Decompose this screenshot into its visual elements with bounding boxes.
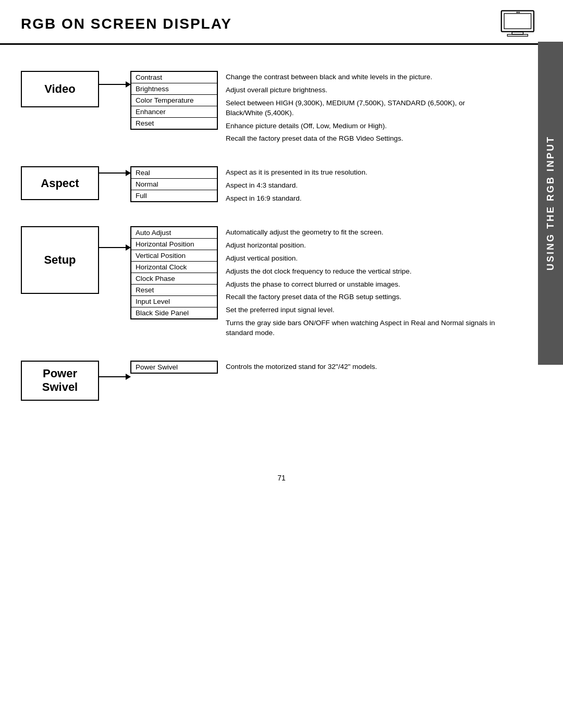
setup-item-horizontal-clock: Horizontal Clock bbox=[131, 262, 217, 273]
video-desc-color-temp: Select between HIGH (9,300K), MEDIUM (7,… bbox=[226, 97, 495, 120]
video-desc-reset: Recall the factory preset data of the RG… bbox=[226, 132, 495, 145]
power-swivel-left-col: Power Swivel bbox=[130, 361, 218, 374]
aspect-item-real: Real bbox=[131, 167, 217, 179]
video-label: Video bbox=[44, 82, 76, 96]
setup-desc-auto-adjust: Automatically adjust the geometry to fit… bbox=[226, 226, 495, 239]
page-title: RGB ON SCREEN DISPLAY bbox=[21, 16, 232, 32]
svg-point-5 bbox=[518, 11, 520, 13]
page-container: RGB ON SCREEN DISPLAY USING THE RGB INPU… bbox=[0, 0, 563, 728]
video-item-contrast: Contrast bbox=[131, 72, 217, 83]
table-row: Reset bbox=[131, 118, 217, 129]
video-names-table: Contrast Brightness Color Temperature En… bbox=[131, 71, 217, 129]
power-swivel-names-table: Power Swivel bbox=[131, 361, 217, 373]
svg-point-4 bbox=[517, 11, 518, 13]
video-desc-brightness: Adjust overall picture brightness. bbox=[226, 84, 495, 97]
video-item-color-temp: Color Temperature bbox=[131, 95, 217, 106]
aspect-desc-normal: Aspect in 4:3 standard. bbox=[226, 179, 495, 192]
aspect-right-col: Aspect as it is presented in its true re… bbox=[218, 166, 495, 205]
table-row: Black Side Panel bbox=[131, 307, 217, 319]
table-row: Recall the factory preset data of the RG… bbox=[226, 291, 495, 304]
aspect-item-full: Full bbox=[131, 190, 217, 202]
setup-section: Setup Auto Adjust Horizontal Position Ve… bbox=[21, 226, 495, 340]
table-row: Power Swivel bbox=[131, 362, 217, 373]
power-swivel-right-col: Controls the motorized stand for 32"/42"… bbox=[218, 361, 495, 374]
side-tab: USING THE RGB INPUT bbox=[538, 42, 563, 365]
video-desc-contrast: Change the contrast between black and wh… bbox=[226, 71, 495, 84]
video-desc-table: Change the contrast between black and wh… bbox=[226, 71, 495, 145]
setup-names-table: Auto Adjust Horizontal Position Vertical… bbox=[131, 227, 217, 319]
aspect-section: Aspect Real Normal Full Aspect as it is … bbox=[21, 166, 495, 205]
table-row: Automatically adjust the geometry to fit… bbox=[226, 226, 495, 239]
setup-desc-table: Automatically adjust the geometry to fit… bbox=[226, 226, 495, 340]
table-row: Aspect in 16:9 standard. bbox=[226, 192, 495, 205]
setup-desc-clock-phase: Adjusts the phase to correct blurred or … bbox=[226, 278, 495, 291]
aspect-desc-table: Aspect as it is presented in its true re… bbox=[226, 166, 495, 205]
table-row: Enhance picture details (Off, Low, Mediu… bbox=[226, 120, 495, 133]
aspect-left-col: Real Normal Full bbox=[130, 166, 218, 202]
aspect-item-normal: Normal bbox=[131, 179, 217, 190]
setup-desc-vertical-position: Adjust vertical position. bbox=[226, 252, 495, 265]
setup-menu-box: Setup bbox=[21, 226, 99, 294]
video-left-col: Contrast Brightness Color Temperature En… bbox=[130, 71, 218, 130]
video-item-reset: Reset bbox=[131, 118, 217, 129]
table-row: Set the preferred input signal level. bbox=[226, 304, 495, 317]
aspect-arrow bbox=[99, 172, 130, 174]
power-swivel-items: Power Swivel Controls the motorized stan… bbox=[130, 361, 495, 374]
table-row: Clock Phase bbox=[131, 273, 217, 285]
table-row: Controls the motorized stand for 32"/42"… bbox=[226, 361, 495, 374]
table-row: Horizontal Position bbox=[131, 239, 217, 250]
video-item-enhancer: Enhancer bbox=[131, 106, 217, 118]
setup-desc-black-side-panel: Turns the gray side bars ON/OFF when wat… bbox=[226, 317, 495, 340]
power-swivel-desc: Controls the motorized stand for 32"/42"… bbox=[226, 361, 495, 374]
video-menu-box: Video bbox=[21, 71, 99, 107]
table-row: Horizontal Clock bbox=[131, 262, 217, 273]
table-row: Select between HIGH (9,300K), MEDIUM (7,… bbox=[226, 97, 495, 120]
aspect-menu-box: Aspect bbox=[21, 166, 99, 200]
table-row: Aspect as it is presented in its true re… bbox=[226, 166, 495, 179]
table-row: Aspect in 4:3 standard. bbox=[226, 179, 495, 192]
setup-desc-horizontal-clock: Adjusts the dot clock frequency to reduc… bbox=[226, 265, 495, 278]
monitor-icon bbox=[500, 9, 542, 38]
setup-item-vertical-position: Vertical Position bbox=[131, 250, 217, 262]
table-row: Adjusts the phase to correct blurred or … bbox=[226, 278, 495, 291]
setup-item-auto-adjust: Auto Adjust bbox=[131, 227, 217, 239]
table-row: Turns the gray side bars ON/OFF when wat… bbox=[226, 317, 495, 340]
table-row: Adjust vertical position. bbox=[226, 252, 495, 265]
power-swivel-section: Power Swivel Power Swivel Controls the m… bbox=[21, 361, 495, 401]
setup-items: Auto Adjust Horizontal Position Vertical… bbox=[130, 226, 495, 340]
table-row: Reset bbox=[131, 285, 217, 296]
table-row: Brightness bbox=[131, 83, 217, 95]
power-swivel-item: Power Swivel bbox=[131, 362, 217, 373]
setup-item-clock-phase: Clock Phase bbox=[131, 273, 217, 285]
setup-left-col: Auto Adjust Horizontal Position Vertical… bbox=[130, 226, 218, 319]
aspect-label: Aspect bbox=[41, 177, 79, 190]
table-row: Adjusts the dot clock frequency to reduc… bbox=[226, 265, 495, 278]
table-row: Normal bbox=[131, 179, 217, 190]
table-row: Full bbox=[131, 190, 217, 202]
table-row: Color Temperature bbox=[131, 95, 217, 106]
page-number: 71 bbox=[0, 474, 563, 482]
setup-desc-input-level: Set the preferred input signal level. bbox=[226, 304, 495, 317]
table-row: Adjust horizontal position. bbox=[226, 239, 495, 252]
side-tab-text: USING THE RGB INPUT bbox=[545, 135, 556, 270]
table-row: Change the contrast between black and wh… bbox=[226, 71, 495, 84]
table-row: Adjust overall picture brightness. bbox=[226, 84, 495, 97]
video-arrow bbox=[99, 84, 130, 85]
table-row: Contrast bbox=[131, 72, 217, 83]
video-section: Video Contrast Brightness Color Temperat… bbox=[21, 71, 495, 145]
power-swivel-label: Power Swivel bbox=[42, 367, 78, 394]
table-row: Enhancer bbox=[131, 106, 217, 118]
aspect-desc-full: Aspect in 16:9 standard. bbox=[226, 192, 495, 205]
svg-rect-3 bbox=[507, 34, 528, 36]
table-row: Vertical Position bbox=[131, 250, 217, 262]
setup-item-black-side-panel: Black Side Panel bbox=[131, 307, 217, 319]
svg-rect-1 bbox=[504, 14, 531, 29]
setup-arrow bbox=[99, 247, 130, 248]
setup-item-input-level: Input Level bbox=[131, 296, 217, 307]
power-swivel-menu-box: Power Swivel bbox=[21, 361, 99, 401]
setup-item-reset: Reset bbox=[131, 285, 217, 296]
aspect-desc-real: Aspect as it is presented in its true re… bbox=[226, 166, 495, 179]
setup-right-col: Automatically adjust the geometry to fit… bbox=[218, 226, 495, 340]
table-row: Recall the factory preset data of the RG… bbox=[226, 132, 495, 145]
video-desc-enhancer: Enhance picture details (Off, Low, Mediu… bbox=[226, 120, 495, 133]
